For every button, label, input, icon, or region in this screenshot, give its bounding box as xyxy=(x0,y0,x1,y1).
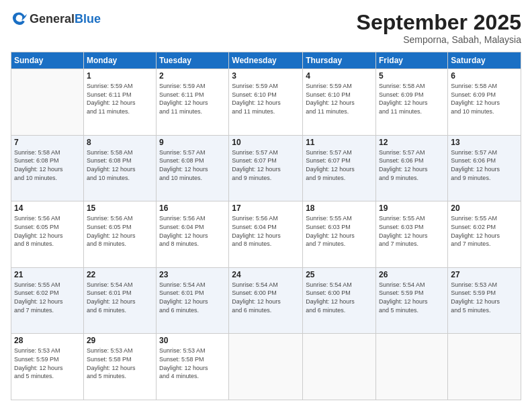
day-info: Sunrise: 5:57 AM Sunset: 6:06 PM Dayligh… xyxy=(379,148,445,182)
day-info: Sunrise: 5:56 AM Sunset: 6:04 PM Dayligh… xyxy=(159,214,226,248)
day-number: 28 xyxy=(14,336,81,345)
week-row-3: 14Sunrise: 5:56 AM Sunset: 6:05 PM Dayli… xyxy=(11,201,521,268)
day-info: Sunrise: 5:56 AM Sunset: 6:05 PM Dayligh… xyxy=(14,214,81,248)
header: GeneralBlue September 2025 Semporna, Sab… xyxy=(11,11,521,45)
page: GeneralBlue September 2025 Semporna, Sab… xyxy=(0,0,532,411)
calendar-cell: 2Sunrise: 5:59 AM Sunset: 6:11 PM Daylig… xyxy=(157,69,229,136)
calendar-cell: 14Sunrise: 5:56 AM Sunset: 6:05 PM Dayli… xyxy=(11,201,84,268)
calendar-cell: 22Sunrise: 5:54 AM Sunset: 6:01 PM Dayli… xyxy=(83,267,156,334)
calendar-cell: 28Sunrise: 5:53 AM Sunset: 5:59 PM Dayli… xyxy=(11,334,84,400)
calendar-cell: 7Sunrise: 5:58 AM Sunset: 6:08 PM Daylig… xyxy=(11,135,84,201)
day-number: 12 xyxy=(379,138,445,147)
day-info: Sunrise: 5:53 AM Sunset: 5:58 PM Dayligh… xyxy=(159,347,226,380)
calendar-cell: 11Sunrise: 5:57 AM Sunset: 6:07 PM Dayli… xyxy=(303,135,376,201)
day-number: 1 xyxy=(87,71,153,81)
col-friday: Friday xyxy=(376,52,448,69)
calendar-cell: 3Sunrise: 5:59 AM Sunset: 6:10 PM Daylig… xyxy=(229,69,303,136)
col-sunday: Sunday xyxy=(11,52,84,69)
day-info: Sunrise: 5:57 AM Sunset: 6:07 PM Dayligh… xyxy=(232,148,300,182)
day-info: Sunrise: 5:55 AM Sunset: 6:03 PM Dayligh… xyxy=(306,214,373,248)
day-info: Sunrise: 5:57 AM Sunset: 6:08 PM Dayligh… xyxy=(159,148,226,182)
logo-icon xyxy=(11,11,27,27)
day-info: Sunrise: 5:59 AM Sunset: 6:11 PM Dayligh… xyxy=(87,82,153,116)
day-number: 8 xyxy=(87,138,153,147)
day-info: Sunrise: 5:59 AM Sunset: 6:11 PM Dayligh… xyxy=(159,82,226,116)
week-row-2: 7Sunrise: 5:58 AM Sunset: 6:08 PM Daylig… xyxy=(11,135,521,201)
day-number: 23 xyxy=(159,270,226,279)
day-number: 30 xyxy=(159,336,226,345)
month-title: September 2025 xyxy=(357,11,521,34)
day-number: 14 xyxy=(14,203,81,213)
calendar-cell: 9Sunrise: 5:57 AM Sunset: 6:08 PM Daylig… xyxy=(157,135,229,201)
col-tuesday: Tuesday xyxy=(157,52,229,69)
day-info: Sunrise: 5:55 AM Sunset: 6:02 PM Dayligh… xyxy=(14,281,81,314)
day-number: 21 xyxy=(14,270,81,279)
calendar-cell: 12Sunrise: 5:57 AM Sunset: 6:06 PM Dayli… xyxy=(376,135,448,201)
calendar-cell: 27Sunrise: 5:53 AM Sunset: 5:59 PM Dayli… xyxy=(448,267,521,334)
day-info: Sunrise: 5:57 AM Sunset: 6:07 PM Dayligh… xyxy=(306,148,373,182)
calendar-cell: 6Sunrise: 5:58 AM Sunset: 6:09 PM Daylig… xyxy=(448,69,521,136)
calendar-cell: 20Sunrise: 5:55 AM Sunset: 6:02 PM Dayli… xyxy=(448,201,521,268)
calendar-cell: 24Sunrise: 5:54 AM Sunset: 6:00 PM Dayli… xyxy=(229,267,303,334)
day-info: Sunrise: 5:59 AM Sunset: 6:10 PM Dayligh… xyxy=(306,82,373,116)
day-number: 26 xyxy=(379,270,445,279)
day-number: 22 xyxy=(87,270,153,279)
calendar-cell: 21Sunrise: 5:55 AM Sunset: 6:02 PM Dayli… xyxy=(11,267,84,334)
calendar-cell: 29Sunrise: 5:53 AM Sunset: 5:58 PM Dayli… xyxy=(83,334,156,400)
day-number: 7 xyxy=(14,138,81,147)
day-info: Sunrise: 5:58 AM Sunset: 6:09 PM Dayligh… xyxy=(379,82,445,116)
logo: GeneralBlue xyxy=(11,11,101,27)
calendar-cell: 18Sunrise: 5:55 AM Sunset: 6:03 PM Dayli… xyxy=(303,201,376,268)
day-number: 15 xyxy=(87,203,153,213)
calendar-table: Sunday Monday Tuesday Wednesday Thursday… xyxy=(11,52,521,400)
day-number: 18 xyxy=(306,203,373,213)
day-number: 17 xyxy=(232,203,300,213)
day-number: 4 xyxy=(306,71,373,81)
calendar-cell: 25Sunrise: 5:54 AM Sunset: 6:00 PM Dayli… xyxy=(303,267,376,334)
calendar-cell: 1Sunrise: 5:59 AM Sunset: 6:11 PM Daylig… xyxy=(83,69,156,136)
day-number: 27 xyxy=(451,270,518,279)
calendar-cell: 23Sunrise: 5:54 AM Sunset: 6:01 PM Dayli… xyxy=(157,267,229,334)
calendar-cell xyxy=(376,334,448,400)
day-number: 3 xyxy=(232,71,300,81)
day-info: Sunrise: 5:58 AM Sunset: 6:09 PM Dayligh… xyxy=(451,82,518,116)
col-wednesday: Wednesday xyxy=(229,52,303,69)
logo-general: General xyxy=(30,12,75,26)
day-info: Sunrise: 5:54 AM Sunset: 6:01 PM Dayligh… xyxy=(87,281,153,314)
day-info: Sunrise: 5:54 AM Sunset: 5:59 PM Dayligh… xyxy=(379,281,445,314)
day-number: 16 xyxy=(159,203,226,213)
col-monday: Monday xyxy=(83,52,156,69)
location-subtitle: Semporna, Sabah, Malaysia xyxy=(357,34,521,45)
day-info: Sunrise: 5:56 AM Sunset: 6:05 PM Dayligh… xyxy=(87,214,153,248)
day-info: Sunrise: 5:57 AM Sunset: 6:06 PM Dayligh… xyxy=(451,148,518,182)
day-number: 6 xyxy=(451,71,518,81)
day-info: Sunrise: 5:59 AM Sunset: 6:10 PM Dayligh… xyxy=(232,82,300,116)
day-number: 5 xyxy=(379,71,445,81)
day-number: 11 xyxy=(306,138,373,147)
day-number: 29 xyxy=(87,336,153,345)
calendar-cell: 16Sunrise: 5:56 AM Sunset: 6:04 PM Dayli… xyxy=(157,201,229,268)
calendar-cell: 4Sunrise: 5:59 AM Sunset: 6:10 PM Daylig… xyxy=(303,69,376,136)
day-info: Sunrise: 5:54 AM Sunset: 6:00 PM Dayligh… xyxy=(306,281,373,314)
day-info: Sunrise: 5:55 AM Sunset: 6:02 PM Dayligh… xyxy=(451,214,518,248)
day-info: Sunrise: 5:56 AM Sunset: 6:04 PM Dayligh… xyxy=(232,214,300,248)
weekday-header-row: Sunday Monday Tuesday Wednesday Thursday… xyxy=(11,52,521,69)
day-info: Sunrise: 5:54 AM Sunset: 6:01 PM Dayligh… xyxy=(159,281,226,314)
calendar-cell xyxy=(448,334,521,400)
day-number: 10 xyxy=(232,138,300,147)
day-info: Sunrise: 5:53 AM Sunset: 5:59 PM Dayligh… xyxy=(14,347,81,380)
day-number: 24 xyxy=(232,270,300,279)
calendar-cell xyxy=(303,334,376,400)
calendar-cell: 5Sunrise: 5:58 AM Sunset: 6:09 PM Daylig… xyxy=(376,69,448,136)
week-row-1: 1Sunrise: 5:59 AM Sunset: 6:11 PM Daylig… xyxy=(11,69,521,136)
day-number: 19 xyxy=(379,203,445,213)
day-number: 13 xyxy=(451,138,518,147)
day-number: 20 xyxy=(451,203,518,213)
day-info: Sunrise: 5:54 AM Sunset: 6:00 PM Dayligh… xyxy=(232,281,300,314)
calendar-cell: 17Sunrise: 5:56 AM Sunset: 6:04 PM Dayli… xyxy=(229,201,303,268)
calendar-cell: 15Sunrise: 5:56 AM Sunset: 6:05 PM Dayli… xyxy=(83,201,156,268)
day-number: 25 xyxy=(306,270,373,279)
calendar-cell: 8Sunrise: 5:58 AM Sunset: 6:08 PM Daylig… xyxy=(83,135,156,201)
week-row-5: 28Sunrise: 5:53 AM Sunset: 5:59 PM Dayli… xyxy=(11,334,521,400)
calendar-cell xyxy=(229,334,303,400)
